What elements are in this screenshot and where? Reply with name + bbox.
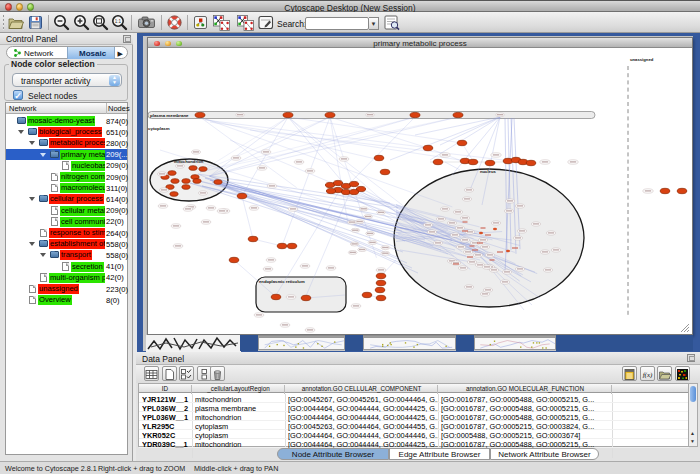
svg-text:endoplasmic reticulum: endoplasmic reticulum xyxy=(259,279,305,284)
svg-text:plasma membrane: plasma membrane xyxy=(150,113,189,118)
svg-text:1:1: 1:1 xyxy=(115,19,122,24)
svg-text:cytoplasm: cytoplasm xyxy=(148,126,170,131)
svg-text:mitochondrion: mitochondrion xyxy=(174,159,204,164)
svg-text:f(x): f(x) xyxy=(642,371,652,379)
svg-text:unassigned: unassigned xyxy=(630,57,654,62)
